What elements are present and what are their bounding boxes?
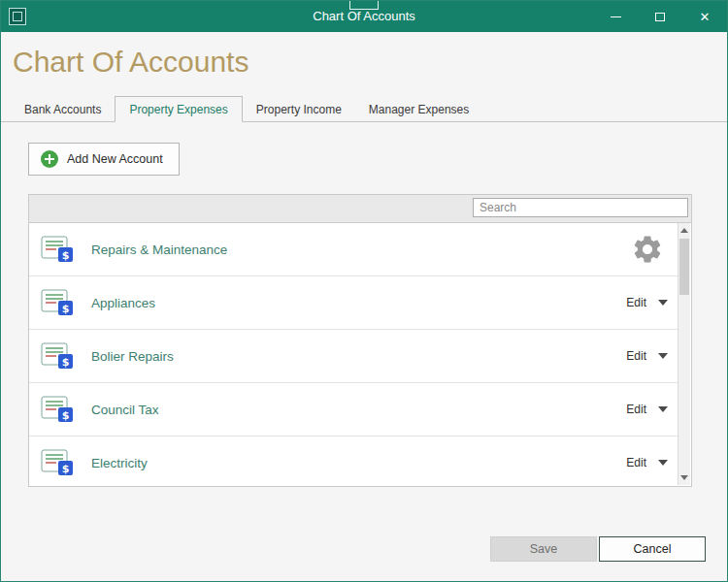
save-button[interactable]: Save bbox=[490, 536, 597, 562]
edit-button[interactable]: Edit bbox=[626, 403, 646, 416]
table-header bbox=[29, 195, 691, 223]
chevron-down-icon[interactable] bbox=[658, 300, 668, 306]
edit-dropdown-button[interactable]: Edit bbox=[626, 276, 668, 329]
edit-button[interactable]: Edit bbox=[626, 349, 646, 363]
plus-circle-icon bbox=[41, 150, 58, 168]
svg-text:$: $ bbox=[62, 463, 70, 475]
add-new-account-label: Add New Account bbox=[67, 152, 163, 166]
table-row[interactable]: $ Bolier Repairs Edit bbox=[29, 330, 678, 383]
tab-property-income[interactable]: Property Income bbox=[243, 99, 355, 121]
edit-dropdown-button[interactable]: Edit bbox=[626, 330, 668, 382]
account-name: Appliances bbox=[91, 296, 155, 310]
account-name: Repairs & Maintenance bbox=[91, 242, 227, 257]
minimize-button[interactable] bbox=[593, 1, 638, 32]
ledger-dollar-icon: $ bbox=[41, 449, 74, 476]
ledger-dollar-icon: $ bbox=[41, 236, 74, 263]
chevron-down-icon[interactable] bbox=[658, 353, 668, 359]
chart-of-accounts-window: Chart Of Accounts ✕ Chart Of Accounts Ba… bbox=[0, 0, 728, 582]
maximize-icon bbox=[655, 13, 665, 21]
svg-text:$: $ bbox=[62, 356, 70, 369]
search-input[interactable] bbox=[473, 198, 688, 217]
account-name: Bolier Repairs bbox=[91, 349, 174, 364]
edit-dropdown-button[interactable]: Edit bbox=[626, 383, 668, 436]
maximize-button[interactable] bbox=[638, 1, 682, 32]
edit-dropdown-button[interactable]: Edit bbox=[626, 436, 668, 486]
svg-text:$: $ bbox=[62, 249, 70, 262]
ledger-dollar-icon: $ bbox=[41, 289, 74, 316]
table-row[interactable]: $ Electricity Edit bbox=[29, 436, 678, 486]
vertical-scrollbar[interactable] bbox=[678, 223, 690, 485]
tab-bank-accounts[interactable]: Bank Accounts bbox=[11, 99, 115, 121]
accounts-table: $ Repairs & Maintenance bbox=[28, 194, 692, 487]
page-title: Chart Of Accounts bbox=[13, 46, 248, 79]
edit-button[interactable]: Edit bbox=[626, 456, 646, 469]
account-name: Council Tax bbox=[91, 403, 159, 417]
account-name: Electricity bbox=[91, 456, 148, 470]
table-row[interactable]: $ Appliances Edit bbox=[29, 276, 678, 330]
scroll-down-button[interactable] bbox=[678, 470, 690, 485]
tab-property-expenses[interactable]: Property Expenses bbox=[115, 96, 242, 122]
close-icon: ✕ bbox=[700, 10, 711, 24]
cancel-button[interactable]: Cancel bbox=[599, 536, 706, 562]
table-row[interactable]: $ Repairs & Maintenance bbox=[29, 223, 678, 276]
svg-text:$: $ bbox=[62, 409, 70, 422]
svg-text:$: $ bbox=[62, 303, 70, 315]
edit-button[interactable]: Edit bbox=[626, 296, 646, 309]
ledger-dollar-icon: $ bbox=[41, 396, 74, 423]
row-settings-button[interactable] bbox=[631, 223, 664, 275]
tab-strip: Bank Accounts Property Expenses Property… bbox=[1, 98, 727, 122]
chevron-down-icon[interactable] bbox=[658, 406, 668, 412]
scrollbar-thumb[interactable] bbox=[679, 239, 689, 295]
close-button[interactable]: ✕ bbox=[682, 1, 727, 32]
minimize-icon bbox=[611, 16, 621, 17]
window-controls: ✕ bbox=[593, 1, 727, 32]
add-new-account-button[interactable]: Add New Account bbox=[28, 143, 180, 176]
chevron-down-icon[interactable] bbox=[658, 460, 668, 466]
account-rows: $ Repairs & Maintenance bbox=[29, 223, 678, 486]
tab-manager-expenses[interactable]: Manager Expenses bbox=[355, 99, 482, 121]
triangle-up-icon bbox=[680, 228, 688, 233]
table-row[interactable]: $ Council Tax Edit bbox=[29, 383, 678, 436]
ledger-dollar-icon: $ bbox=[41, 342, 74, 370]
titlebar[interactable]: Chart Of Accounts ✕ bbox=[1, 1, 727, 32]
scroll-up-button[interactable] bbox=[678, 223, 690, 238]
triangle-down-icon bbox=[680, 475, 688, 480]
gear-icon bbox=[631, 233, 664, 266]
